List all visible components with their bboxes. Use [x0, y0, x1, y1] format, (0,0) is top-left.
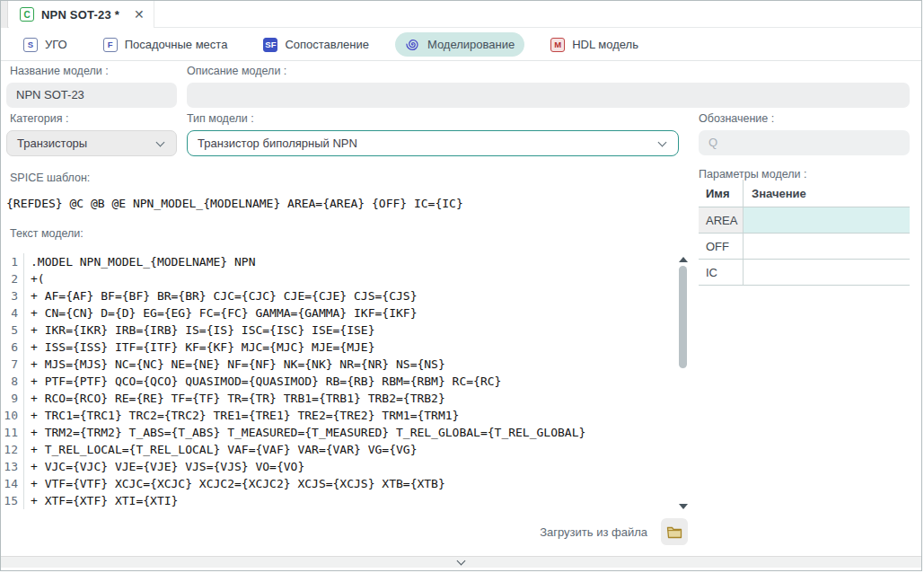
- code-line-text: +(: [24, 270, 45, 287]
- close-icon[interactable]: ✕: [134, 8, 145, 21]
- code-line[interactable]: 7+ MJS={MJS} NC={NC} NE={NE} NF={NF} NK=…: [1, 356, 676, 373]
- code-line[interactable]: 15+ XTF={XTF} XTI={XTI}: [1, 492, 676, 509]
- code-line[interactable]: 3+ AF={AF} BF={BF} BR={BR} CJC={CJC} CJE…: [1, 287, 676, 304]
- symbol-icon: S: [23, 38, 38, 52]
- code-line[interactable]: 8+ PTF={PTF} QCO={QCO} QUASIMOD={QUASIMO…: [1, 373, 676, 390]
- model-description-input[interactable]: [187, 83, 910, 108]
- model-name-label: Название модели :: [10, 65, 109, 77]
- chevron-down-icon: [156, 138, 165, 147]
- code-line[interactable]: 14+ VTF={VTF} XCJC={XCJC} XCJC2={XCJC2} …: [1, 475, 676, 492]
- code-line-text: + T_REL_LOCAL={T_REL_LOCAL} VAF={VAF} VA…: [24, 441, 417, 458]
- designator-input[interactable]: Q: [699, 130, 910, 155]
- code-line-text: + XTF={XTF} XTI={XTI}: [24, 492, 178, 509]
- folder-icon: [666, 525, 682, 539]
- spice-template-value[interactable]: {REFDES} @C @B @E NPN_MODEL_{MODELNAME} …: [6, 197, 463, 210]
- code-line-text: + MJS={MJS} NC={NC} NE={NE} NF={NF} NK={…: [24, 356, 445, 373]
- tab-footprints[interactable]: F Посадочные места: [93, 33, 238, 57]
- line-number: 2: [1, 270, 24, 287]
- line-number: 4: [1, 304, 24, 322]
- line-number: 13: [1, 458, 24, 475]
- tab-simulation[interactable]: Моделирование: [395, 32, 524, 57]
- scroll-down-icon[interactable]: [679, 504, 688, 509]
- scrollbar-thumb[interactable]: [679, 266, 687, 368]
- line-number: 5: [1, 322, 24, 339]
- tab-hdl[interactable]: M HDL модель: [541, 33, 648, 57]
- tab-footprints-label: Посадочные места: [125, 38, 228, 51]
- code-line[interactable]: 2+(: [1, 270, 676, 287]
- model-parameters-label: Параметры модели :: [699, 168, 806, 181]
- hdl-icon: M: [550, 38, 565, 52]
- model-type-select[interactable]: Транзистор биполярный NPN: [187, 130, 679, 156]
- editor-scrollbar[interactable]: [676, 253, 690, 511]
- line-number: 12: [1, 441, 24, 458]
- line-number: 7: [1, 356, 24, 373]
- table-row[interactable]: AREA: [699, 207, 910, 234]
- param-name-cell[interactable]: AREA: [699, 207, 744, 233]
- line-number: 11: [1, 424, 24, 441]
- tab-ugo-label: УГО: [45, 38, 67, 51]
- code-line[interactable]: 10+ TRC1={TRC1} TRC2={TRC2} TRE1={TRE1} …: [1, 407, 676, 424]
- line-number: 14: [1, 475, 24, 492]
- code-line[interactable]: 6+ ISS={ISS} ITF={ITF} KF={KF} MJC={MJC}…: [1, 339, 676, 356]
- line-number: 3: [1, 287, 24, 304]
- line-number: 9: [1, 390, 24, 407]
- code-line-text: + PTF={PTF} QCO={QCO} QUASIMOD={QUASIMOD…: [24, 373, 501, 390]
- code-line-text: + VJC={VJC} VJE={VJE} VJS={VJS} VO={VO}: [24, 458, 304, 475]
- param-name-cell[interactable]: OFF: [699, 234, 744, 259]
- code-line[interactable]: 12+ T_REL_LOCAL={T_REL_LOCAL} VAF={VAF} …: [1, 441, 676, 458]
- model-type-value: Транзистор биполярный NPN: [198, 137, 357, 150]
- tab-hdl-label: HDL модель: [572, 38, 638, 51]
- code-line[interactable]: 9+ RCO={RCO} RE={RE} TF={TF} TR={TR} TRB…: [1, 390, 676, 407]
- scroll-up-icon[interactable]: [679, 257, 688, 262]
- code-line-text: + CN={CN} D={D} EG={EG} FC={FC} GAMMA={G…: [24, 304, 417, 322]
- tab-mapping[interactable]: SF Сопоставление: [253, 33, 379, 57]
- document-tab-bar: C NPN SOT-23 * ✕: [1, 1, 921, 28]
- model-text-editor[interactable]: 1.MODEL NPN_MODEL_{MODELNAME} NPN 2+( 3+…: [1, 253, 676, 509]
- table-row[interactable]: IC: [699, 260, 910, 286]
- model-parameters-table: Имя Значение AREA OFF IC: [699, 180, 910, 286]
- model-type-label: Тип модели :: [187, 112, 254, 125]
- code-line[interactable]: 5+ IKR={IKR} IRB={IRB} IS={IS} ISC={ISC}…: [1, 322, 676, 339]
- designator-label: Обозначение :: [699, 112, 774, 125]
- chevron-down-icon: [456, 557, 465, 566]
- code-line[interactable]: 4+ CN={CN} D={D} EG={EG} FC={FC} GAMMA={…: [1, 304, 676, 322]
- document-tab[interactable]: C NPN SOT-23 * ✕: [9, 1, 154, 28]
- table-row[interactable]: OFF: [699, 234, 910, 260]
- spiral-icon: [405, 37, 420, 52]
- tab-bar-edge: [1, 1, 8, 28]
- line-number: 10: [1, 407, 24, 424]
- tab-ugo[interactable]: S УГО: [13, 33, 77, 57]
- model-description-label: Описание модели :: [187, 65, 286, 77]
- param-value-cell[interactable]: [744, 260, 910, 285]
- model-name-input[interactable]: NPN SOT-23: [6, 83, 177, 108]
- code-line-text: + VTF={VTF} XCJC={XCJC} XCJC2={XCJC2} XC…: [24, 475, 445, 492]
- load-from-file-button[interactable]: [661, 518, 688, 545]
- category-label: Категория :: [10, 112, 68, 125]
- spice-template-label: SPICE шаблон:: [10, 172, 90, 184]
- line-number: 6: [1, 339, 24, 356]
- code-line[interactable]: 13+ VJC={VJC} VJE={VJE} VJS={VJS} VO={VO…: [1, 458, 676, 475]
- line-number: 8: [1, 373, 24, 390]
- model-editor-window: C NPN SOT-23 * ✕ S УГО F Посадочные мест…: [0, 0, 922, 571]
- param-name-cell[interactable]: IC: [699, 260, 744, 285]
- column-header-name: Имя: [699, 180, 744, 207]
- category-select[interactable]: Транзисторы: [6, 130, 177, 156]
- code-line-text: + IKR={IKR} IRB={IRB} IS={IS} ISC={ISC} …: [24, 322, 375, 339]
- param-value-cell[interactable]: [744, 234, 910, 259]
- section-tabs: S УГО F Посадочные места SF Сопоставлени…: [1, 29, 921, 61]
- tab-mapping-label: Сопоставление: [285, 38, 369, 51]
- code-line-text: + AF={AF} BF={BF} BR={BR} CJC={CJC} CJE=…: [24, 287, 417, 304]
- line-number: 15: [1, 492, 24, 509]
- collapse-panel-bar[interactable]: [1, 556, 921, 568]
- chevron-down-icon: [658, 138, 667, 147]
- param-value-cell[interactable]: [744, 207, 910, 233]
- code-line[interactable]: 1.MODEL NPN_MODEL_{MODELNAME} NPN: [1, 253, 676, 270]
- category-value: Транзисторы: [17, 137, 87, 150]
- load-from-file-label: Загрузить из файла: [531, 525, 647, 539]
- component-icon: C: [20, 7, 34, 22]
- table-header-row: Имя Значение: [699, 180, 910, 207]
- footprint-icon: F: [103, 38, 118, 52]
- line-number: 1: [1, 253, 24, 270]
- code-line[interactable]: 11+ TRM2={TRM2} T_ABS={T_ABS} T_MEASURED…: [1, 424, 676, 441]
- code-line-text: + TRM2={TRM2} T_ABS={T_ABS} T_MEASURED={…: [24, 424, 585, 441]
